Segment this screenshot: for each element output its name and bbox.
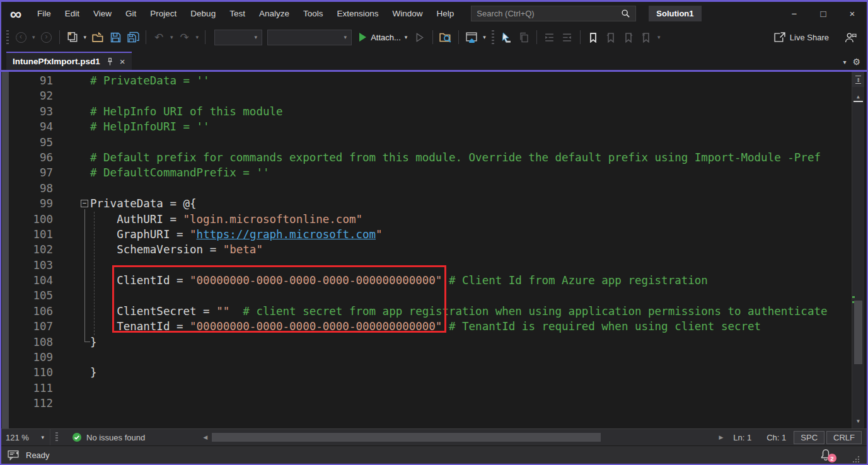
indentation-mode-indicator[interactable]: SPC bbox=[794, 431, 825, 444]
toolbar-separator bbox=[536, 30, 537, 44]
find-in-files-button[interactable] bbox=[438, 29, 453, 45]
navigate-forward-button[interactable]: › bbox=[39, 29, 54, 45]
select-pointer-button[interactable] bbox=[499, 29, 514, 45]
toolbar-separator bbox=[458, 30, 459, 44]
platform-dropdown[interactable]: ▾ bbox=[267, 30, 352, 45]
live-share-button[interactable]: Live Share bbox=[770, 32, 833, 43]
undo-dropdown-caret[interactable]: ▾ bbox=[169, 35, 175, 40]
code-line-98[interactable]: 98 bbox=[1, 181, 852, 196]
redo-dropdown-caret[interactable]: ▾ bbox=[195, 35, 200, 40]
save-button[interactable] bbox=[108, 29, 123, 45]
split-editor-handle[interactable]: ↕ bbox=[852, 72, 864, 87]
indent-guide-line bbox=[94, 212, 95, 335]
code-line-112[interactable]: 112 bbox=[1, 396, 852, 411]
save-all-button[interactable] bbox=[125, 29, 141, 45]
horizontal-scrollbar[interactable]: ◀ ▶ bbox=[200, 429, 726, 445]
line-ending-indicator[interactable]: CRLF bbox=[826, 431, 862, 444]
start-without-debugging-button[interactable] bbox=[412, 29, 427, 45]
redo-button[interactable]: ↷ bbox=[177, 29, 192, 45]
search-icon bbox=[621, 9, 630, 18]
toggle-bookmark-button[interactable] bbox=[586, 29, 601, 45]
decrease-indent-button[interactable] bbox=[542, 29, 557, 45]
window-resize-grip[interactable] bbox=[852, 455, 860, 464]
active-files-dropdown-caret[interactable]: ▾ bbox=[843, 59, 846, 66]
code-line-102[interactable]: 102 SchemaVersion = "beta" bbox=[1, 242, 852, 257]
menu-debug[interactable]: Debug bbox=[183, 2, 223, 25]
close-button[interactable]: × bbox=[838, 2, 867, 25]
menu-git[interactable]: Git bbox=[119, 2, 143, 25]
back-dropdown-caret[interactable]: ▾ bbox=[31, 35, 37, 40]
notifications-button[interactable]: 2 bbox=[820, 449, 834, 461]
solution-badge[interactable]: Solution1 bbox=[649, 6, 701, 21]
code-line-95[interactable]: 95 bbox=[1, 135, 852, 150]
zoom-level-value: 121 % bbox=[6, 433, 29, 442]
tab-intunepfximport-psd1[interactable]: IntunePfxImport.psd1 × bbox=[6, 52, 132, 70]
configuration-dropdown[interactable]: ▾ bbox=[214, 30, 262, 45]
menu-view[interactable]: View bbox=[86, 2, 119, 25]
code-line-108[interactable]: 108} bbox=[1, 335, 852, 350]
solution-explorer-home-button[interactable] bbox=[464, 29, 479, 45]
code-line-100[interactable]: 100 AuthURI = "login.microsoftonline.com… bbox=[1, 212, 852, 227]
sign-in-user-button[interactable] bbox=[843, 29, 858, 45]
pin-tab-icon[interactable] bbox=[106, 57, 114, 66]
copy-icon bbox=[519, 32, 529, 43]
health-indicator[interactable]: No issues found bbox=[72, 432, 145, 442]
close-tab-icon[interactable]: × bbox=[120, 57, 125, 66]
copy-button[interactable] bbox=[516, 29, 531, 45]
undo-button[interactable]: ↶ bbox=[151, 29, 166, 45]
outline-structure-line bbox=[84, 209, 90, 342]
feedback-icon[interactable] bbox=[8, 450, 20, 461]
toolbar-drag-grip[interactable] bbox=[6, 30, 9, 44]
solution-explorer-dropdown-caret[interactable]: ▾ bbox=[482, 35, 487, 40]
menu-help[interactable]: Help bbox=[430, 2, 461, 25]
navigate-back-button[interactable]: ‹ bbox=[13, 29, 28, 45]
menu-extensions[interactable]: Extensions bbox=[330, 2, 385, 25]
toolbar-drag-grip[interactable] bbox=[492, 30, 494, 44]
code-line-96[interactable]: 96# Default prefix for commands exported… bbox=[1, 150, 852, 165]
code-line-101[interactable]: 101 GraphURI = "https://graph.microsoft.… bbox=[1, 227, 852, 242]
code-line-93[interactable]: 93# HelpInfo URI of this module bbox=[1, 104, 852, 119]
status-splitter-grip[interactable] bbox=[55, 432, 58, 442]
scroll-down-arrow[interactable]: ▼ bbox=[852, 414, 864, 428]
menu-file[interactable]: File bbox=[30, 2, 58, 25]
scroll-up-arrow[interactable]: ▲ bbox=[852, 89, 864, 105]
document-options-gear-icon[interactable]: ⚙ bbox=[852, 57, 860, 66]
minimize-button[interactable]: − bbox=[780, 2, 809, 25]
code-line-94[interactable]: 94# HelpInfoURI = '' bbox=[1, 119, 852, 134]
vertical-scrollbar-thumb[interactable] bbox=[854, 301, 862, 364]
search-input[interactable]: Search (Ctrl+Q) bbox=[471, 6, 636, 21]
menu-tools[interactable]: Tools bbox=[296, 2, 330, 25]
scroll-right-arrow[interactable]: ▶ bbox=[716, 434, 726, 440]
code-line-110[interactable]: 110} bbox=[1, 365, 852, 380]
menu-edit[interactable]: Edit bbox=[58, 2, 86, 25]
maximize-button[interactable]: □ bbox=[809, 2, 838, 25]
next-bookmark-button[interactable] bbox=[621, 29, 636, 45]
new-project-dropdown-caret[interactable]: ▾ bbox=[83, 35, 88, 40]
previous-bookmark-button[interactable] bbox=[603, 29, 618, 45]
collapse-region-toggle[interactable]: − bbox=[81, 200, 88, 207]
menu-project[interactable]: Project bbox=[143, 2, 183, 25]
horizontal-scrollbar-thumb[interactable] bbox=[212, 433, 601, 442]
code-line-91[interactable]: 91# PrivateData = '' bbox=[1, 73, 852, 88]
open-file-button[interactable] bbox=[90, 29, 105, 45]
bookmarks-dropdown-caret[interactable]: ▾ bbox=[656, 35, 662, 40]
menu-window[interactable]: Window bbox=[386, 2, 430, 25]
clear-bookmarks-button[interactable] bbox=[639, 29, 654, 45]
code-line-92[interactable]: 92 bbox=[1, 88, 852, 103]
menu-analyze[interactable]: Analyze bbox=[252, 2, 296, 25]
clear-bookmarks-icon bbox=[641, 32, 651, 43]
zoom-level-dropdown[interactable]: 121 % ▾ bbox=[1, 429, 50, 445]
new-project-button[interactable] bbox=[65, 29, 80, 45]
code-line-99[interactable]: 99PrivateData = @{ bbox=[1, 196, 852, 211]
scroll-left-arrow[interactable]: ◀ bbox=[200, 434, 210, 440]
code-line-97[interactable]: 97# DefaultCommandPrefix = '' bbox=[1, 165, 852, 180]
vertical-scrollbar[interactable]: ↕ ▲ ▼ bbox=[852, 72, 864, 428]
menu-test[interactable]: Test bbox=[223, 2, 252, 25]
attach-debugger-button[interactable]: Attach... ▾ bbox=[357, 29, 410, 45]
code-line-111[interactable]: 111 bbox=[1, 381, 852, 396]
increase-indent-button[interactable] bbox=[560, 29, 575, 45]
horizontal-scrollbar-track[interactable] bbox=[210, 429, 716, 445]
code-text: } bbox=[90, 335, 97, 350]
code-line-109[interactable]: 109 bbox=[1, 350, 852, 365]
code-editor[interactable]: 91# PrivateData = ''9293# HelpInfo URI o… bbox=[1, 72, 867, 428]
